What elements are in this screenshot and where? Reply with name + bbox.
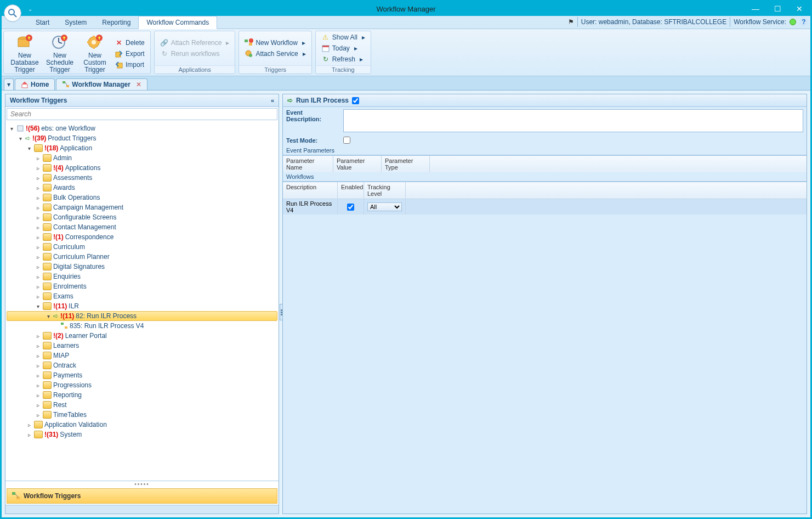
splitter-handle[interactable] xyxy=(280,304,283,320)
tree-item-reporting[interactable]: ▹Reporting xyxy=(7,390,277,400)
new-database-trigger-button[interactable]: New Database Trigger xyxy=(7,32,42,75)
horizontal-scrollbar[interactable] xyxy=(5,505,279,514)
tree-ilr-workflow[interactable]: 835: Run ILR Process V4 xyxy=(7,321,277,331)
tree-ilr-trigger[interactable]: ▾➪!(11)82: Run ILR Process xyxy=(7,311,277,321)
svg-rect-32 xyxy=(16,497,20,499)
tracking-level-select[interactable]: All xyxy=(367,202,402,211)
svg-point-10 xyxy=(92,40,96,44)
run-process-checkbox[interactable] xyxy=(352,97,359,104)
app-orb[interactable] xyxy=(4,4,21,22)
tree-item-ilr[interactable]: ▾!(11)ILR xyxy=(7,301,277,311)
tree-item-contact-management[interactable]: ▹Contact Management xyxy=(7,222,277,232)
folder-icon xyxy=(43,283,52,290)
minimize-button[interactable]: — xyxy=(745,2,766,16)
export-button[interactable]: Export xyxy=(112,49,147,59)
panel-header-run: ➪ Run ILR Process xyxy=(283,94,807,107)
show-all-button[interactable]: ⚠Show All▸ xyxy=(319,32,367,42)
tree-item-miap[interactable]: ▹MIAP xyxy=(7,351,277,360)
new-workflow-button[interactable]: New Workflow▸ xyxy=(242,38,308,48)
tree-item-curriculum-planner[interactable]: ▹Curriculum Planner xyxy=(7,252,277,262)
new-custom-trigger-button[interactable]: New Custom Trigger xyxy=(77,32,112,75)
import-button[interactable]: Import xyxy=(112,60,147,70)
tree-item-enquiries[interactable]: ▹Enquiries xyxy=(7,272,277,281)
tree-item-correspondence[interactable]: ▹!(1)Correspondence xyxy=(7,232,277,242)
tab-start[interactable]: Start xyxy=(28,16,57,29)
tree-item-curriculum[interactable]: ▹Curriculum xyxy=(7,242,277,252)
tree-item-learner-portal[interactable]: ▹!(2)Learner Portal xyxy=(7,331,277,341)
maximize-button[interactable]: ☐ xyxy=(766,2,788,16)
folder-icon xyxy=(43,253,52,261)
db-icon xyxy=(16,125,24,132)
workflow-row[interactable]: Run ILR Process V4 All xyxy=(283,199,807,215)
tree-item-exams[interactable]: ▹Exams xyxy=(7,291,277,301)
test-mode-label: Test Mode: xyxy=(286,137,339,144)
tree-item-bulk-operations[interactable]: ▹Bulk Operations xyxy=(7,193,277,202)
tree-item-progressions[interactable]: ▹Progressions xyxy=(7,380,277,390)
folder-icon xyxy=(34,431,43,438)
event-parameters-section: Event Parameters xyxy=(283,146,807,155)
tree-item-enrolments[interactable]: ▹Enrolments xyxy=(7,281,277,291)
tree-item-campaign-management[interactable]: ▹Campaign Management xyxy=(7,202,277,212)
svg-rect-18 xyxy=(245,40,248,42)
folder-icon xyxy=(43,273,52,280)
test-mode-checkbox[interactable] xyxy=(343,137,350,144)
nav-workflow-triggers[interactable]: Workflow Triggers xyxy=(7,488,277,504)
home-icon xyxy=(21,81,29,88)
tree-item-digital-signatures[interactable]: ▹Digital Signatures xyxy=(7,262,277,272)
folder-icon xyxy=(43,332,52,340)
attach-service-button[interactable]: Attach Service▸ xyxy=(242,49,308,59)
folder-icon xyxy=(43,184,52,191)
folder-icon xyxy=(43,381,52,389)
tree-item-ontrack[interactable]: ▹Ontrack xyxy=(7,360,277,370)
svg-rect-28 xyxy=(18,126,23,131)
folder-icon xyxy=(43,362,52,369)
tree-item-awards[interactable]: ▹Awards xyxy=(7,183,277,193)
refresh-button[interactable]: ↻Refresh▸ xyxy=(319,54,367,64)
flag-icon[interactable]: ⚑ xyxy=(568,18,574,26)
doctab-workflow-manager[interactable]: Workflow Manager ✕ xyxy=(56,78,147,90)
tab-workflow-commands[interactable]: Workflow Commands xyxy=(138,16,217,29)
svg-rect-14 xyxy=(98,41,100,43)
tree-item-payments[interactable]: ▹Payments xyxy=(7,370,277,380)
workflow-icon xyxy=(62,81,70,88)
folder-icon xyxy=(43,154,52,162)
tree-system[interactable]: ▹!(31)System xyxy=(7,430,277,439)
svg-rect-11 xyxy=(93,36,95,38)
tree-product-triggers[interactable]: ▾➪!(39)Product Triggers xyxy=(7,133,277,143)
tree-item-applications[interactable]: ▹!(4)Applications xyxy=(7,163,277,173)
tree-application[interactable]: ▾!(18)Application xyxy=(7,143,277,153)
today-button[interactable]: Today▸ xyxy=(319,43,367,53)
folder-icon xyxy=(43,204,52,211)
tree-item-timetables[interactable]: ▹TimeTables xyxy=(7,410,277,420)
search-input[interactable] xyxy=(7,108,277,120)
help-icon[interactable]: ? xyxy=(799,18,808,26)
tab-reporting[interactable]: Reporting xyxy=(94,16,138,29)
collapse-panel-icon[interactable]: « xyxy=(271,97,274,104)
folder-icon xyxy=(43,302,52,310)
tree-root[interactable]: ▾!(56)ebs: one Workflow xyxy=(7,123,277,133)
tree-item-assessments[interactable]: ▹Assessments xyxy=(7,173,277,183)
triggers-tree[interactable]: ▾!(56)ebs: one Workflow▾➪!(39)Product Tr… xyxy=(5,121,279,442)
tree-item-rest[interactable]: ▹Rest xyxy=(7,400,277,410)
tree-app-validation[interactable]: ▹Application Validation xyxy=(7,420,277,430)
qat-customize[interactable]: ⌄ xyxy=(28,6,32,12)
workflow-icon xyxy=(12,492,20,500)
close-tab-icon[interactable]: ✕ xyxy=(136,81,141,88)
event-description-input[interactable] xyxy=(343,109,803,132)
doctab-dropdown[interactable]: ▾ xyxy=(4,78,14,90)
workflows-grid-header: Description Enabled Tracking Level xyxy=(283,182,807,199)
close-button[interactable]: ✕ xyxy=(788,2,810,16)
tree-item-admin[interactable]: ▹Admin xyxy=(7,153,277,163)
tree-item-configurable-screens[interactable]: ▹Configurable Screens xyxy=(7,212,277,222)
svg-rect-13 xyxy=(87,41,89,43)
delete-button[interactable]: ✕Delete xyxy=(112,38,147,48)
tree-item-learners[interactable]: ▹Learners xyxy=(7,341,277,351)
wf-enabled-checkbox[interactable] xyxy=(347,204,354,211)
titlebar: ⌄ Workflow Manager — ☐ ✕ xyxy=(2,2,810,16)
window-title: Workflow Manager xyxy=(376,5,435,13)
tab-system[interactable]: System xyxy=(57,16,94,29)
new-schedule-trigger-button[interactable]: New Schedule Trigger xyxy=(42,32,77,75)
service-status-dot xyxy=(790,19,796,25)
svg-rect-29 xyxy=(61,323,64,325)
doctab-home[interactable]: Home xyxy=(15,78,55,90)
